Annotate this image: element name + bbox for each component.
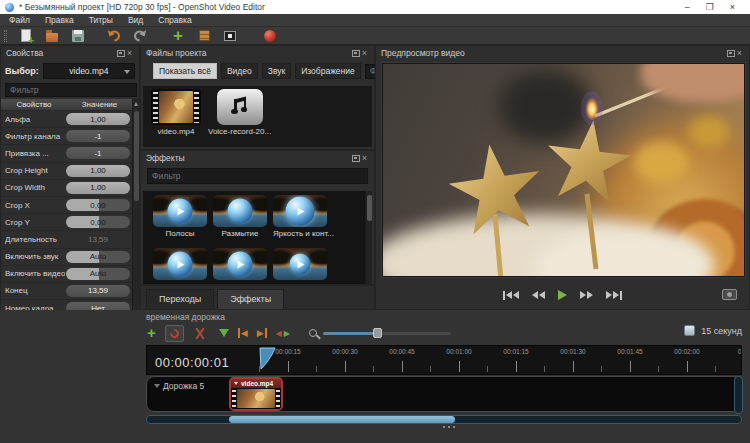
zoom-slider-track[interactable] [323,332,451,335]
menu-file[interactable]: Файл [9,15,30,25]
add-track-button[interactable] [147,325,156,341]
property-row[interactable]: Crop Width1,00 [1,180,132,197]
property-value[interactable]: Auto [66,251,130,263]
undock-icon[interactable] [117,50,125,57]
property-value[interactable]: 0,00 [66,216,130,228]
effect-item[interactable]: Яркость и конт... [273,195,327,238]
tab-audio[interactable]: Звук [262,63,291,79]
tab-image[interactable]: Изображение [295,63,361,79]
effect-item[interactable]: Полосы [153,195,207,238]
rewind-button[interactable] [532,291,545,299]
timeline-horizontal-scrollbar[interactable] [146,415,742,424]
fast-forward-button[interactable] [580,291,593,299]
tab-effects[interactable]: Эффекты [217,289,284,309]
toolbar-grip[interactable] [4,30,7,42]
effect-item[interactable]: Размытие [213,195,267,238]
effect-item[interactable] [153,248,207,280]
menu-view[interactable]: Вид [128,15,143,25]
undo-button[interactable] [107,29,121,43]
splitter-handle[interactable] [443,426,445,428]
maximize-button[interactable]: ❐ [706,0,714,14]
property-row[interactable]: Конец13,59 [1,283,132,300]
razor-button[interactable] [193,325,206,341]
effect-item[interactable] [273,248,327,280]
undock-icon[interactable] [727,50,735,57]
track-lane[interactable]: Дорожка 5 video.mp4 [146,376,742,412]
scrollbar-thumb[interactable] [134,111,139,201]
clip-menu-icon[interactable] [234,382,238,385]
timeline-vertical-scrollbar[interactable] [734,376,743,414]
play-button[interactable] [558,290,567,300]
property-value[interactable]: 1,00 [66,165,130,177]
tab-show-all[interactable]: Показать всё [153,63,217,79]
properties-filter-input[interactable] [5,83,137,97]
video-frame[interactable] [381,62,746,278]
timeline-section: временная дорожка 15 секунд 00:00:00:01 … [0,310,750,443]
next-marker-button[interactable] [257,325,267,341]
menu-titles[interactable]: Титры [89,15,113,25]
property-row[interactable]: Crop X0,00 [1,197,132,214]
property-value[interactable]: 13,59 [66,285,130,297]
timeline-ruler[interactable]: 00:00:00:01 00:00:15 00:00:30 00:00:45 0… [146,345,742,375]
save-project-button[interactable] [71,29,85,43]
scroll-up-icon[interactable] [134,102,138,106]
import-files-button[interactable] [171,29,185,43]
undock-icon[interactable] [352,155,360,162]
clip-selector-dropdown[interactable]: video.mp4 [43,63,135,79]
open-project-button[interactable] [45,29,59,43]
property-value[interactable]: -1 [66,147,130,159]
effects-scrollbar[interactable] [365,191,372,284]
tab-video[interactable]: Видео [221,63,258,79]
close-icon[interactable] [360,49,369,58]
menu-help[interactable]: Справка [158,15,191,25]
scrollbar-thumb[interactable] [367,195,372,221]
timeline-clip[interactable]: video.mp4 [229,377,283,411]
snapping-toggle[interactable] [165,325,184,342]
property-row[interactable]: Фильтр канала-1 [1,128,132,145]
close-button[interactable]: × [730,0,735,14]
tab-transitions[interactable]: Переходы [146,289,214,309]
property-value[interactable]: Auto [66,268,130,280]
file-item-video[interactable]: video.mp4 [151,89,201,144]
close-icon[interactable] [360,154,369,163]
capture-frame-button[interactable] [722,289,737,300]
property-value[interactable]: -1 [66,130,130,142]
property-value[interactable]: 1,00 [66,182,130,194]
new-project-button[interactable] [19,29,33,43]
timeline-zoom-slider[interactable] [309,329,451,337]
previous-marker-button[interactable] [238,325,248,341]
jump-end-button[interactable] [606,291,622,300]
property-row[interactable]: Crop Height1,00 [1,163,132,180]
export-video-button[interactable] [263,29,277,43]
close-icon[interactable] [735,49,744,58]
project-files-title: Файлы проекта [146,48,207,58]
effect-item[interactable] [213,248,267,280]
magnifier-icon [309,329,317,337]
property-row[interactable]: Включить звукAuto [1,249,132,266]
track-collapse-icon[interactable] [154,384,160,388]
choose-profile-button[interactable] [197,29,211,43]
minimize-button[interactable]: – [685,0,690,14]
zoom-slider-handle[interactable] [373,328,382,338]
property-row[interactable]: Длительность13,59 [1,231,132,248]
property-row[interactable]: Включить видеоAuto [1,266,132,283]
property-value[interactable]: 0,00 [66,199,130,211]
scrollbar-handle[interactable] [229,416,455,423]
close-icon[interactable] [125,49,134,58]
zoom-fit-icon[interactable] [684,325,695,336]
menu-edit[interactable]: Правка [45,15,74,25]
redo-button[interactable] [133,29,147,43]
property-row[interactable]: Crop Y0,00 [1,214,132,231]
center-playhead-button[interactable] [276,325,290,341]
property-row[interactable]: Альфа1,00 [1,111,132,128]
undock-icon[interactable] [352,50,360,57]
ruler-tick-label: 00:01:45 [617,348,642,355]
effects-filter-input[interactable] [147,168,368,184]
add-marker-button[interactable] [219,325,229,341]
property-row[interactable]: Привязка ...-1 [1,145,132,162]
property-value[interactable]: 1,00 [66,113,130,125]
playhead-marker[interactable] [259,347,276,371]
jump-start-button[interactable] [503,291,519,300]
fullscreen-button[interactable] [223,29,237,43]
file-item-audio[interactable]: Voice-record-20... [208,89,271,144]
